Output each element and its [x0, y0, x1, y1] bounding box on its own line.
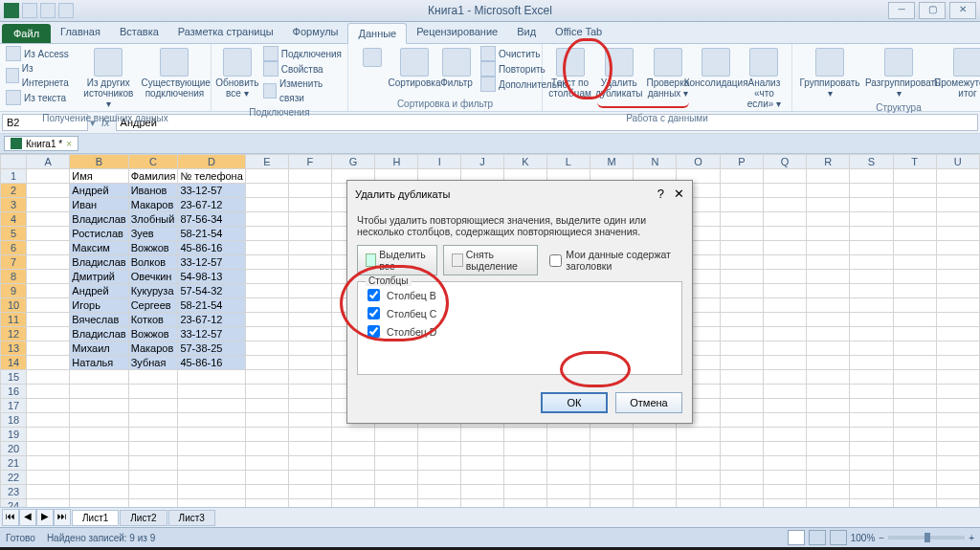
- cell[interactable]: [27, 212, 70, 227]
- cell[interactable]: [807, 227, 850, 241]
- cell[interactable]: [178, 385, 245, 399]
- cell[interactable]: [245, 241, 288, 255]
- cell[interactable]: [850, 370, 893, 385]
- cell[interactable]: [936, 198, 979, 212]
- cell[interactable]: [245, 198, 288, 212]
- cell[interactable]: [936, 428, 979, 442]
- close-button[interactable]: ✕: [949, 2, 976, 19]
- cell[interactable]: [893, 341, 936, 356]
- cell[interactable]: [27, 227, 70, 241]
- cell[interactable]: [763, 399, 806, 413]
- cell[interactable]: [375, 428, 418, 442]
- col-header-C[interactable]: C: [128, 155, 178, 169]
- cell[interactable]: Вожжов: [128, 241, 178, 255]
- cell[interactable]: Имя: [70, 169, 128, 184]
- cell[interactable]: [936, 298, 979, 313]
- cell[interactable]: [850, 341, 893, 356]
- cell[interactable]: [893, 499, 936, 508]
- cell[interactable]: [245, 442, 288, 456]
- cell[interactable]: [27, 456, 70, 471]
- cell[interactable]: [245, 499, 288, 508]
- cell[interactable]: № телефона: [178, 169, 245, 184]
- cell[interactable]: [288, 198, 331, 212]
- cell[interactable]: Андрей: [70, 184, 128, 198]
- cell[interactable]: [763, 499, 806, 508]
- cell[interactable]: [850, 241, 893, 255]
- cell[interactable]: [70, 385, 128, 399]
- filter-button[interactable]: Фильтр: [438, 46, 475, 90]
- cell[interactable]: Максим: [70, 241, 128, 255]
- sheet-nav-last[interactable]: ⏭: [54, 509, 71, 526]
- cell[interactable]: [893, 227, 936, 241]
- row-header[interactable]: 4: [1, 212, 27, 227]
- cell[interactable]: [807, 241, 850, 255]
- cell[interactable]: [807, 385, 850, 399]
- row-header[interactable]: 14: [1, 356, 27, 370]
- cell[interactable]: [288, 385, 331, 399]
- cell[interactable]: [27, 255, 70, 270]
- tab-вставка[interactable]: Вставка: [110, 22, 168, 43]
- cell[interactable]: [128, 485, 178, 499]
- cancel-button[interactable]: Отмена: [615, 392, 682, 413]
- cell[interactable]: [893, 313, 936, 327]
- cell[interactable]: [418, 456, 460, 471]
- col-header-M[interactable]: M: [590, 155, 633, 169]
- cell[interactable]: [850, 184, 893, 198]
- col-header-D[interactable]: D: [178, 155, 245, 169]
- tab-разметка страницы[interactable]: Разметка страницы: [168, 22, 283, 43]
- cell[interactable]: [288, 399, 331, 413]
- cell[interactable]: [27, 270, 70, 284]
- cell[interactable]: [288, 184, 331, 198]
- cell[interactable]: [720, 442, 763, 456]
- cell[interactable]: [850, 284, 893, 298]
- cell[interactable]: [288, 169, 331, 184]
- cell[interactable]: [720, 471, 763, 485]
- row-header[interactable]: 5: [1, 227, 27, 241]
- cell[interactable]: [288, 413, 331, 428]
- row-header[interactable]: 9: [1, 284, 27, 298]
- cell[interactable]: [677, 471, 720, 485]
- cell[interactable]: 23-67-12: [178, 198, 245, 212]
- cell[interactable]: Андрей: [70, 284, 128, 298]
- cell[interactable]: [763, 241, 806, 255]
- tab-главная[interactable]: Главная: [51, 22, 110, 43]
- cell[interactable]: [245, 356, 288, 370]
- cell[interactable]: 87-56-34: [178, 212, 245, 227]
- cell[interactable]: [850, 298, 893, 313]
- cell[interactable]: [893, 442, 936, 456]
- cell[interactable]: [763, 327, 806, 341]
- headers-checkbox[interactable]: Мои данные содержат заголовки: [549, 249, 682, 272]
- view-layout-icon[interactable]: [809, 530, 826, 545]
- cell[interactable]: [634, 499, 677, 508]
- cell[interactable]: [288, 212, 331, 227]
- cell[interactable]: Дмитрий: [70, 270, 128, 284]
- cell[interactable]: [546, 471, 590, 485]
- cell[interactable]: [128, 413, 178, 428]
- col-header-G[interactable]: G: [331, 155, 374, 169]
- workbook-tab[interactable]: Книга1 * ×: [4, 136, 78, 151]
- remove-duplicates-button[interactable]: Удалить дубликаты: [597, 46, 640, 100]
- cell[interactable]: [807, 485, 850, 499]
- cell[interactable]: [720, 313, 763, 327]
- cell[interactable]: [893, 212, 936, 227]
- cell[interactable]: [893, 284, 936, 298]
- cell[interactable]: [590, 471, 633, 485]
- cell[interactable]: [936, 327, 979, 341]
- cell[interactable]: [634, 442, 677, 456]
- cell[interactable]: [27, 442, 70, 456]
- cell[interactable]: Ростислав: [70, 227, 128, 241]
- cell[interactable]: 58-21-54: [178, 298, 245, 313]
- cell[interactable]: [288, 327, 331, 341]
- cell[interactable]: [128, 370, 178, 385]
- cell[interactable]: [763, 485, 806, 499]
- cell[interactable]: [936, 385, 979, 399]
- cell[interactable]: [27, 327, 70, 341]
- cell[interactable]: [807, 471, 850, 485]
- cell[interactable]: [807, 428, 850, 442]
- cell[interactable]: [720, 298, 763, 313]
- cell[interactable]: Михаил: [70, 341, 128, 356]
- cell[interactable]: [503, 442, 546, 456]
- col-header-F[interactable]: F: [288, 155, 331, 169]
- cell[interactable]: [936, 284, 979, 298]
- cell[interactable]: [288, 356, 331, 370]
